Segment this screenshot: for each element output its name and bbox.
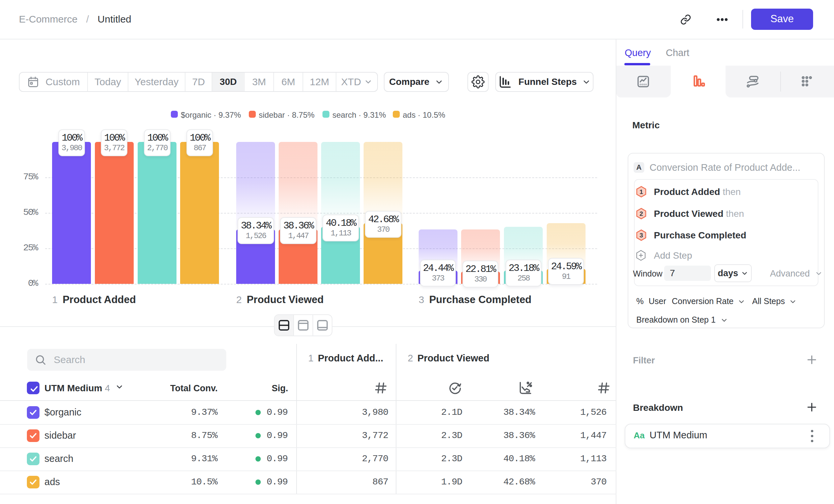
svg-text:3: 3 — [640, 232, 643, 239]
svg-text:1: 1 — [640, 188, 643, 195]
svg-text:2: 2 — [640, 210, 643, 217]
